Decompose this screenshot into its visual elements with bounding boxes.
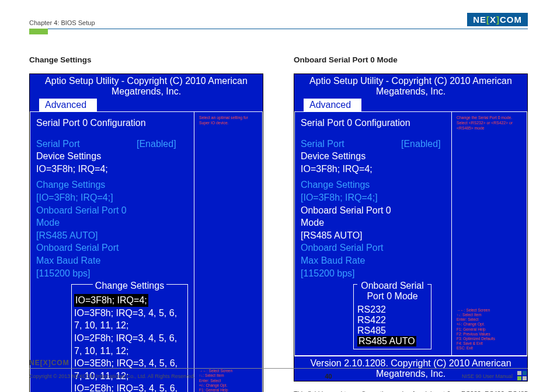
- baud-v-r: [115200 bps]: [301, 267, 355, 280]
- footer-rule: [29, 368, 528, 369]
- serial-port-k: Serial Port: [36, 138, 137, 150]
- change-v-r: [IO=3F8h; IRQ=4;]: [301, 191, 378, 204]
- mode-k-r: Onboard Serial Port 0 Mode: [301, 204, 401, 229]
- bios-help-right: Change the Serial Port 0 mode. Select <R…: [452, 111, 527, 356]
- device-v-r: IO=3F8h; IRQ=4;: [301, 163, 373, 176]
- right-below-text: This field is used to configure the mode…: [294, 390, 528, 392]
- popup-opt-r2[interactable]: RS485: [357, 326, 427, 336]
- tab-spacer-r: [294, 99, 304, 111]
- bios-main-right: Serial Port 0 Configuration Serial Port[…: [294, 111, 452, 356]
- header-rule: [29, 29, 528, 29]
- bios-title-right: Aptio Setup Utility - Copyright (C) 2010…: [294, 74, 527, 99]
- popup-opt-0[interactable]: IO=3F8h; IRQ=4;: [74, 294, 148, 307]
- bios-body-right: Serial Port 0 Configuration Serial Port[…: [294, 111, 527, 356]
- device-k-r: Device Settings: [301, 150, 401, 163]
- baud-k: Onboard Serial Port Max Baud Rate: [36, 242, 137, 267]
- serial-port-v: [Enabled]: [137, 138, 176, 150]
- bios-tabs-left: Advanced: [30, 99, 263, 111]
- chapter-label: Chapter 4: BIOS Setup: [29, 19, 95, 26]
- footer-logo-pre: NE: [29, 359, 40, 367]
- row-mode-r[interactable]: Onboard Serial Port 0 Mode[RS485 AUTO]: [301, 204, 445, 242]
- serial-port-k-r: Serial Port: [301, 138, 401, 150]
- device-k: Device Settings: [36, 150, 137, 163]
- footer-logo-mid: X: [43, 359, 48, 367]
- page-footer: NE[X]COM Copyright © 2013 NEXCOM Interna…: [29, 359, 528, 382]
- change-k-r: Change Settings: [301, 178, 401, 191]
- popup-title-left: Change Settings: [93, 281, 166, 291]
- row-device-r: Device SettingsIO=3F8h; IRQ=4;: [301, 150, 445, 175]
- header-row: Chapter 4: BIOS Setup NE[X]COM: [29, 13, 528, 26]
- cfg-head-right: Serial Port 0 Configuration: [301, 117, 445, 130]
- mode-k: Onboard Serial Port 0 Mode: [36, 204, 137, 229]
- footer-squares-icon: [517, 371, 528, 382]
- logo: NE[X]COM: [467, 13, 528, 26]
- baud-v: [115200 bps]: [36, 267, 90, 280]
- bios-tabs-right: Advanced: [294, 99, 527, 111]
- bios-main-left: Serial Port 0 Configuration Serial Port[…: [30, 111, 194, 392]
- bios-panel-right: Aptio Setup Utility - Copyright (C) 2010…: [294, 74, 528, 382]
- footer-copyright: Copyright © 2013 NEXCOM International Co…: [29, 373, 195, 379]
- bios-help-left: Select an optimal setting for Super IO d…: [194, 111, 263, 392]
- row-serial-port[interactable]: Serial Port[Enabled]: [36, 138, 188, 150]
- row-baud-r[interactable]: Onboard Serial Port Max Baud Rate[115200…: [301, 242, 445, 279]
- bios-title-left: Aptio Setup Utility - Copyright (C) 2010…: [30, 74, 263, 99]
- row-change-r[interactable]: Change Settings[IO=3F8h; IRQ=4;]: [301, 178, 445, 204]
- cfg-head-left: Serial Port 0 Configuration: [36, 117, 188, 130]
- row-device: Device SettingsIO=3F8h; IRQ=4;: [36, 150, 188, 175]
- left-column: Change Settings Aptio Setup Utility - Co…: [29, 55, 263, 392]
- popup-opt-1[interactable]: IO=3F8h; IRQ=3, 4, 5, 6, 7, 10, 11, 12;: [74, 307, 185, 332]
- popup-opt-r1[interactable]: RS422: [357, 315, 427, 326]
- baud-k-r: Onboard Serial Port Max Baud Rate: [301, 242, 401, 267]
- bios-body-left: Serial Port 0 Configuration Serial Port[…: [30, 111, 263, 392]
- help-top-left: Select an optimal setting for Super IO d…: [199, 116, 257, 126]
- change-k: Change Settings: [36, 178, 137, 191]
- popup-opt-4[interactable]: IO=2E8h; IRQ=3, 4, 5, 6, 7, 10, 11, 12;: [74, 382, 185, 392]
- popup-opt-r3[interactable]: RS485 AUTO: [357, 336, 416, 346]
- row-baud[interactable]: Onboard Serial Port Max Baud Rate[115200…: [36, 242, 188, 279]
- row-serial-port-r[interactable]: Serial Port[Enabled]: [301, 138, 445, 150]
- change-v: [IO=3F8h; IRQ=4;]: [36, 191, 113, 204]
- serial-port-v-r: [Enabled]: [401, 138, 441, 150]
- green-tab: [29, 29, 48, 34]
- footer-logo-post: COM: [51, 359, 69, 367]
- logo-text-pre: NE: [473, 15, 486, 24]
- footer-row: Copyright © 2013 NEXCOM International Co…: [29, 371, 528, 382]
- right-section-title: Onboard Serial Port 0 Mode: [294, 55, 528, 64]
- right-column: Onboard Serial Port 0 Mode Aptio Setup U…: [294, 55, 528, 392]
- popup-opt-2[interactable]: IO=2F8h; IRQ=3, 4, 5, 6, 7, 10, 11, 12;: [74, 332, 185, 357]
- tab-advanced-r[interactable]: Advanced: [304, 99, 361, 111]
- help-keys-right: →←: Select Screen ↑↓: Select Item Enter:…: [457, 308, 522, 351]
- tab-advanced[interactable]: Advanced: [39, 99, 97, 111]
- page: Chapter 4: BIOS Setup NE[X]COM Change Se…: [0, 0, 557, 392]
- tab-spacer: [30, 99, 39, 111]
- row-change[interactable]: Change Settings[IO=3F8h; IRQ=4;]: [36, 178, 188, 204]
- footer-logo: NE[X]COM: [29, 359, 528, 367]
- popup-opt-r0[interactable]: RS232: [357, 304, 427, 315]
- popup-title-right: Onboard Serial Port 0 Mode: [357, 281, 427, 302]
- logo-text-mid: X: [490, 15, 496, 24]
- page-number: 40: [325, 373, 332, 380]
- left-section-title: Change Settings: [29, 55, 263, 64]
- mode-popup[interactable]: Onboard Serial Port 0 Mode RS232 RS422 R…: [353, 284, 431, 349]
- help-top-right: Change the Serial Port 0 mode. Select <R…: [457, 116, 522, 131]
- bios-panel-left: Aptio Setup Utility - Copyright (C) 2010…: [29, 74, 263, 392]
- logo-text-post: COM: [500, 15, 522, 24]
- row-mode[interactable]: Onboard Serial Port 0 Mode[RS485 AUTO]: [36, 204, 188, 242]
- mode-v-r: [RS485 AUTO]: [301, 229, 363, 242]
- mode-v: [RS485 AUTO]: [36, 229, 98, 242]
- device-v: IO=3F8h; IRQ=4;: [36, 163, 108, 176]
- columns: Change Settings Aptio Setup Utility - Co…: [29, 55, 528, 392]
- footer-manual: NISE 90 User Manual: [462, 373, 513, 379]
